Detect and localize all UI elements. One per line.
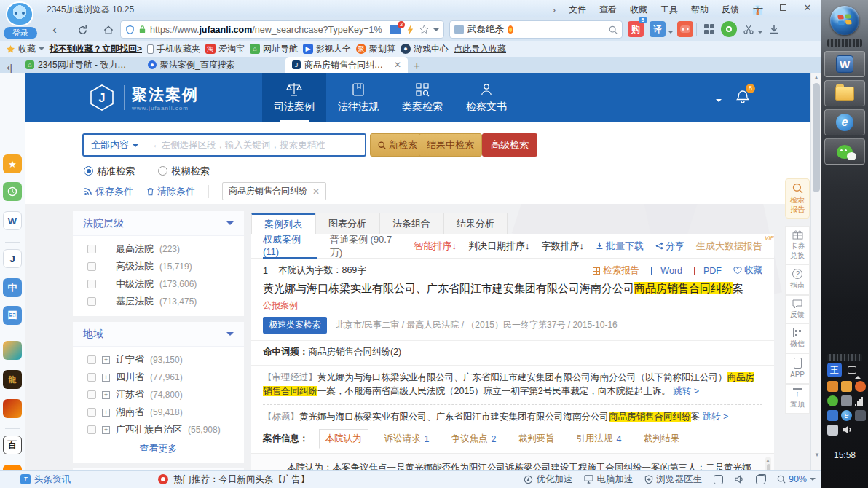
search-icon[interactable] [609, 25, 618, 34]
shopping-assistant-icon[interactable]: 购 5 [628, 21, 644, 37]
info-tab-cited-laws[interactable]: 引用法规4 [570, 430, 627, 448]
rail-guo-icon[interactable]: 国 [3, 306, 22, 325]
filter-option[interactable]: 江苏省(74,800) [73, 386, 244, 404]
filter-option[interactable]: 湖南省(59,418) [73, 404, 244, 421]
browser-doctor-button[interactable]: 浏览器医生 [644, 473, 702, 486]
tray-king-app-icon[interactable]: 王 [827, 363, 842, 377]
news-feed-button[interactable]: T头条资讯 [20, 473, 71, 486]
filter-option[interactable]: 中级法院(173,606) [73, 275, 244, 293]
bookmark-star-icon[interactable] [419, 25, 429, 34]
view-tab-chart-analysis[interactable]: 图表分析 [315, 213, 379, 235]
rail-tiger-game-icon[interactable] [3, 399, 22, 418]
mute-icon[interactable] [735, 475, 744, 484]
tray-monitor-icon[interactable] [855, 410, 866, 421]
menu-view[interactable]: 查看 [599, 4, 617, 16]
search-in-results-button[interactable]: 结果中检索 [419, 133, 482, 157]
tab-2345-nav[interactable]: ⌂ 2345网址导航 - 致力于打造… [19, 57, 141, 73]
date-sort[interactable]: 判决日期排序↓ [468, 240, 530, 253]
info-tab-judgment-result[interactable]: 裁判结果 [637, 430, 685, 448]
tool-back-to-top[interactable]: 置顶 [785, 384, 810, 414]
jump-link[interactable]: 跳转 > [673, 386, 699, 396]
pc-accelerate-button[interactable]: 电脑加速 [584, 473, 633, 486]
bookmark-mobile[interactable]: 手机收藏夹 [147, 43, 200, 55]
smart-sort[interactable]: 智能排序↓ [414, 240, 457, 253]
page-scrollbar[interactable]: ▲ ▼ [810, 73, 821, 470]
tray-clipboard-icon[interactable] [827, 425, 838, 436]
nav-judicial-cases[interactable]: 司法案例 [262, 73, 326, 122]
info-tab-judgment-gist[interactable]: 裁判要旨 [512, 430, 560, 448]
site-logo[interactable]: J 聚法案例 www.jufaanli.com [87, 83, 199, 112]
bookmark-video[interactable]: ▶影视大全 [303, 43, 351, 55]
tray-usb-icon[interactable] [827, 381, 838, 392]
info-tab-court-opinion[interactable]: 本院认为 [319, 429, 368, 449]
tool-coupon[interactable]: 卡券兑换 [785, 226, 810, 264]
user-avatar[interactable] [6, 1, 33, 26]
rail-word-doc-icon[interactable]: W [3, 211, 22, 230]
menu-file[interactable]: 文件 [569, 4, 586, 16]
scrollbar-thumb[interactable] [813, 83, 820, 192]
rail-fish-game-icon[interactable] [3, 341, 22, 360]
tool-search-report[interactable]: 检索报告 [785, 178, 810, 219]
scissors-dropdown-icon[interactable] [757, 31, 763, 36]
view-tab-result-analysis[interactable]: 结果分析 [443, 213, 508, 235]
download-icon[interactable] [766, 21, 782, 37]
multi-window-icon[interactable] [756, 475, 765, 484]
nav-prosecution-docs[interactable]: 检察文书 [454, 73, 518, 122]
promo-link[interactable]: 热门推荐：今日新闻头条【广告】 [158, 473, 310, 486]
batch-download-button[interactable]: 批量下载 [596, 240, 644, 253]
tag-remove-icon[interactable]: ✕ [312, 186, 320, 197]
minimize-button[interactable]: — [751, 1, 765, 13]
taskbar-word-button[interactable]: W [824, 51, 865, 77]
screenshot-camera-icon[interactable] [721, 21, 737, 37]
tool-guide[interactable]: ?指南 [785, 264, 810, 295]
case-title[interactable]: 黄光娜与海口栋梁实业有限公司、广东省阳江市建安集团有限公司海南分公司商品房销售合… [263, 282, 762, 296]
view-tab-law-combo[interactable]: 法条组合 [379, 213, 443, 235]
translate-icon[interactable]: 译 [650, 21, 666, 37]
tray-shield-icon[interactable] [855, 381, 866, 392]
nav-similar-case-search[interactable]: 类案检索 [390, 73, 454, 122]
tab-close-icon[interactable]: ✕ [394, 60, 401, 70]
taskbar-wechat-button[interactable] [824, 138, 865, 165]
address-bar[interactable]: https://www.jufaanli.com/new_searchcase?… [120, 20, 444, 39]
tool-wechat-qr[interactable]: 微信 [785, 323, 810, 353]
menu-feedback[interactable]: 反馈 [722, 4, 739, 16]
rail-bai-icon[interactable]: 百 [3, 436, 22, 454]
rail-zh-icon[interactable]: 中 [3, 278, 22, 297]
filter-section-header[interactable]: 地域 [73, 322, 244, 347]
filter-option[interactable]: 广西壮族自治区(55,908) [73, 421, 244, 438]
tray-expand-icon[interactable] [855, 373, 861, 379]
translate-dropdown-icon[interactable] [668, 31, 674, 36]
ordinary-cases-tab[interactable]: 普通案例 (90.7万) [330, 233, 401, 259]
menu-expand-icon[interactable]: › [553, 4, 556, 15]
quick-similar-search-button[interactable]: 极速类案检索 [263, 317, 327, 334]
new-tab-button[interactable]: ＋ [408, 58, 425, 73]
apps-grid-icon[interactable] [701, 21, 717, 37]
favorite-case-link[interactable]: 收藏 [733, 264, 762, 277]
export-pdf-link[interactable]: PDF [694, 266, 722, 276]
export-word-link[interactable]: Word [651, 266, 682, 276]
expand-icon[interactable] [102, 374, 110, 382]
menu-help[interactable]: 帮助 [691, 4, 709, 16]
info-tab-dispute-focus[interactable]: 争议焦点2 [445, 430, 502, 448]
save-conditions-link[interactable]: 保存条件 [84, 185, 133, 198]
quick-search-box[interactable]: 武磊绝杀 [449, 20, 623, 39]
bookmark-2345nav[interactable]: ⌂网址导航 [250, 43, 298, 55]
bookmark-import-link[interactable]: 点此导入收藏 [454, 43, 506, 55]
windows-start-button[interactable] [830, 6, 859, 35]
rail-history-icon[interactable] [3, 182, 22, 201]
notification-bell[interactable]: 8 [735, 89, 750, 108]
back-button[interactable]: ‹ [45, 22, 64, 38]
tray-volume-icon[interactable] [842, 425, 853, 435]
wordcount-sort[interactable]: 字数排序↓ [542, 240, 585, 253]
header-dropdown-icon[interactable] [716, 99, 722, 105]
tray-wechat-icon[interactable] [827, 395, 838, 406]
reading-mode-icon[interactable] [714, 475, 723, 484]
home-button[interactable] [99, 22, 118, 38]
lightning-icon[interactable] [406, 25, 414, 34]
tray-app-icon[interactable] [827, 410, 838, 421]
filter-option[interactable]: 最高法院(223) [73, 240, 244, 258]
tray-ie-icon[interactable]: e [841, 410, 852, 421]
fuzzy-radio[interactable]: 模糊检索 [158, 164, 209, 176]
inner-scrollbar[interactable] [765, 457, 771, 470]
login-button[interactable]: 登录 [4, 27, 37, 39]
